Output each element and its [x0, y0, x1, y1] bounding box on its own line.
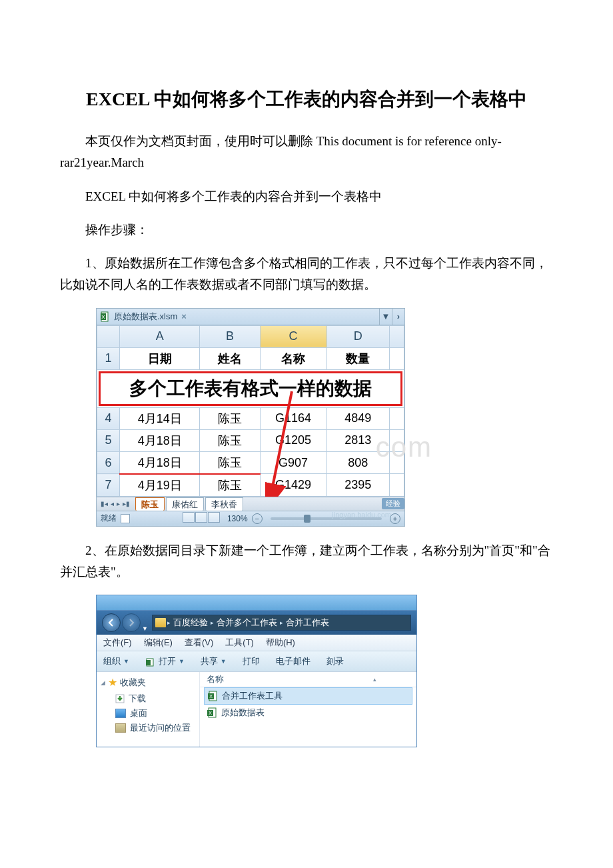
dropdown-icon[interactable]: ▼	[379, 309, 392, 325]
col-header-a[interactable]: A	[120, 325, 200, 347]
overflow-icon[interactable]: ›	[392, 309, 404, 325]
cell[interactable]: 4849	[326, 407, 389, 429]
row-header[interactable]: 5	[97, 429, 120, 451]
col-header-c[interactable]: C	[260, 325, 326, 347]
page-title: EXCEL 中如何将多个工作表的内容合并到一个表格中	[60, 87, 553, 112]
header-cell[interactable]: 名称	[260, 347, 326, 369]
address-bar-row: ▼ ▸ 百度经验 ▸ 合并多个工作表 ▸ 合并工作表	[97, 611, 416, 635]
excel-screenshot: com X 原始数据表.xlsm × ▼ › A B C D	[96, 308, 405, 527]
zoom-out-icon[interactable]: −	[252, 513, 263, 524]
cell[interactable]: 4月18日	[120, 429, 200, 451]
document-page: EXCEL 中如何将多个工作表的内容合并到一个表格中 本页仅作为文档页封面，使用…	[0, 0, 613, 787]
cell[interactable]: G1164	[260, 407, 326, 429]
share-button[interactable]: 共享▼	[201, 655, 227, 667]
sort-indicator-icon[interactable]: ▴	[373, 676, 376, 683]
paragraph-1: EXCEL 中如何将多个工作表的内容合并到一个表格中	[60, 186, 553, 207]
row-header-1[interactable]: 1	[97, 347, 120, 369]
window-titlebar	[97, 595, 416, 611]
svg-text:X: X	[209, 694, 213, 699]
menu-tools[interactable]: 工具(T)	[225, 637, 254, 649]
cell[interactable]: 陈玉	[200, 407, 260, 429]
toolbar: 组织▼ 打开▼ 共享▼ 打印 电子邮件 刻录	[97, 651, 416, 672]
col-header-d[interactable]: D	[326, 325, 389, 347]
file-list: 名称 ▴ X 合并工作表工具 X 原始数据表	[200, 672, 416, 747]
step-1: 1、原始数据所在工作簿包含多个格式相同的工作表，只不过每个工作表内容不同，比如说…	[60, 253, 553, 296]
favorites-header[interactable]: ◢ ★ 收藏夹	[101, 676, 199, 689]
folder-icon	[155, 618, 166, 627]
cell[interactable]: 陈玉	[200, 474, 260, 497]
cell[interactable]: 2395	[326, 474, 389, 497]
macro-icon[interactable]	[121, 514, 130, 523]
burn-button[interactable]: 刻录	[326, 655, 344, 667]
table-row: 4 4月14日 陈玉 G1164 4849	[97, 407, 404, 429]
header-cell[interactable]: 姓名	[200, 347, 260, 369]
select-all-cell[interactable]	[97, 325, 120, 347]
sheet-tab[interactable]: 李秋香	[205, 497, 243, 511]
step-2: 2、在原始数据同目录下新建一个工作簿，建立两个工作表，名称分别为"首页"和"合并…	[60, 540, 553, 583]
cell[interactable]: G1429	[260, 474, 326, 497]
excel-doc-tab-label[interactable]: 原始数据表.xlsm	[114, 311, 177, 323]
file-item[interactable]: X 原始数据表	[200, 705, 416, 721]
sheet-nav-buttons[interactable]: ▮◂◂▸▸▮	[97, 500, 131, 507]
download-icon	[115, 694, 125, 703]
table-row: 1 日期 姓名 名称 数量	[97, 347, 404, 369]
row-header[interactable]: 7	[97, 474, 120, 497]
cell[interactable]: 2813	[326, 429, 389, 451]
back-button[interactable]	[102, 613, 121, 632]
header-cell[interactable]: 数量	[326, 347, 389, 369]
menu-view[interactable]: 查看(V)	[185, 637, 213, 649]
header-cell[interactable]: 日期	[120, 347, 200, 369]
breadcrumb[interactable]: 合并多个工作表	[215, 617, 279, 629]
explorer-screenshot: ▼ ▸ 百度经验 ▸ 合并多个工作表 ▸ 合并工作表 文件(F) 编辑(E) 查…	[96, 595, 417, 747]
cell[interactable]: 4月14日	[120, 407, 200, 429]
collapse-icon[interactable]: ◢	[101, 679, 105, 686]
print-button[interactable]: 打印	[243, 655, 260, 667]
row-header[interactable]: 4	[97, 407, 120, 429]
breadcrumb[interactable]: 百度经验	[172, 617, 209, 629]
sidebar-item-desktop[interactable]: 桌面	[101, 706, 199, 721]
open-button[interactable]: 打开▼	[145, 655, 185, 667]
zoom-in-icon[interactable]: +	[390, 513, 400, 524]
file-item[interactable]: X 合并工作表工具	[204, 687, 412, 705]
excel-grid: A B C D 1 日期 姓名 名称 数量 多个工作表有格式一样的数据 4	[97, 325, 404, 497]
sidebar-item-recent[interactable]: 最近访问的位置	[101, 721, 199, 735]
table-row: 6 4月18日 陈玉 G907 808	[97, 451, 404, 474]
column-header-row: A B C D	[97, 325, 404, 347]
cell[interactable]: 4月19日	[120, 474, 200, 497]
col-header-b[interactable]: B	[200, 325, 260, 347]
menu-file[interactable]: 文件(F)	[103, 637, 132, 649]
excel-file-icon: X	[101, 311, 111, 322]
address-bar[interactable]: ▸ 百度经验 ▸ 合并多个工作表 ▸ 合并工作表	[152, 615, 411, 631]
close-icon[interactable]: ×	[181, 311, 187, 321]
view-buttons[interactable]	[183, 512, 221, 525]
organize-button[interactable]: 组织▼	[103, 655, 129, 667]
paragraph-2: 操作步骤：	[60, 219, 553, 241]
cell[interactable]: 4月18日	[120, 451, 200, 474]
sheet-tab[interactable]: 康佑红	[166, 497, 204, 511]
explorer-body: ◢ ★ 收藏夹 下载 桌面 最近访问的位置	[97, 672, 416, 747]
history-dropdown-icon[interactable]: ▼	[142, 625, 148, 632]
forward-button[interactable]	[122, 613, 141, 632]
menu-help[interactable]: 帮助(H)	[266, 637, 295, 649]
cell[interactable]: 陈玉	[200, 451, 260, 474]
cell[interactable]: 808	[326, 451, 389, 474]
status-label: 就绪	[101, 513, 117, 524]
sidebar-item-downloads[interactable]: 下载	[101, 691, 199, 706]
cell[interactable]: G1205	[260, 429, 326, 451]
status-bar: 就绪 130% − + jingyan.baidu.com	[97, 511, 404, 526]
desktop-icon	[115, 709, 126, 718]
email-button[interactable]: 电子邮件	[276, 655, 310, 667]
cell[interactable]: G907	[260, 451, 326, 474]
nav-pane: ◢ ★ 收藏夹 下载 桌面 最近访问的位置	[97, 672, 200, 747]
table-row: 7 4月19日 陈玉 G1429 2395	[97, 474, 404, 497]
cell[interactable]: 陈玉	[200, 429, 260, 451]
sheet-tab[interactable]: 陈玉	[135, 497, 165, 511]
svg-text:X: X	[209, 711, 212, 715]
menu-edit[interactable]: 编辑(E)	[144, 637, 173, 649]
menu-bar: 文件(F) 编辑(E) 查看(V) 工具(T) 帮助(H)	[97, 635, 416, 651]
breadcrumb[interactable]: 合并工作表	[285, 617, 330, 629]
column-header[interactable]: 名称 ▴	[200, 672, 416, 687]
intro-text: 本页仅作为文档页封面，使用时可以删除 This document is for …	[60, 131, 553, 174]
row-header[interactable]: 6	[97, 451, 120, 474]
zoom-value[interactable]: 130%	[227, 514, 248, 523]
